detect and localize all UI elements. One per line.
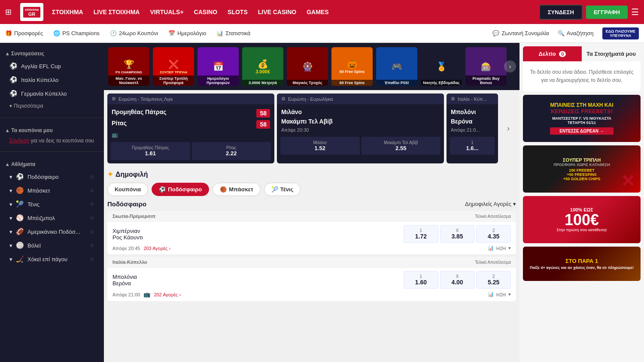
nav-ps-champions[interactable]: 🌐 PS Champions bbox=[53, 30, 100, 36]
nav-stats[interactable]: 📊 Στατιστικά bbox=[216, 30, 250, 36]
match-group-2: Ιταλία-Κύπελλο Τελικό Αποτέλεσμα Μπολόνι… bbox=[107, 257, 516, 301]
bet-slip-tab-active[interactable]: Δελτίο 0 bbox=[523, 46, 582, 61]
sidebar-divider-2 bbox=[0, 151, 104, 152]
odd-btn-1-home[interactable]: 1 1.72 bbox=[404, 225, 438, 243]
nav-link-stoixima[interactable]: ΣΤΟΙΧΗΜΑ bbox=[52, 9, 83, 15]
star-icon[interactable]: ☆ bbox=[90, 187, 94, 193]
odd-btn-2-home[interactable]: 1 1.60 bbox=[404, 271, 438, 289]
sidebar-item-tennis[interactable]: ▾ 🎾 Τένις ☆ bbox=[6, 197, 98, 211]
baseball-icon: ⚾ bbox=[16, 214, 24, 222]
responsible-gaming-badge[interactable]: ΕΔΩ ΠΑΙΖΟΥΜΕ ΥΠΕΥΘΥΝΑ bbox=[602, 27, 639, 39]
odd-btn-3-partial[interactable]: 1 1.6... bbox=[450, 137, 495, 155]
second-nav-right: 💬 Ζωντανή Συνομιλία 🔍 Αναζήτηση ΕΔΩ ΠΑΙΖ… bbox=[492, 27, 639, 39]
sidebar-more-shortcuts[interactable]: ▾ Περισσότερα bbox=[6, 100, 98, 112]
star-icon[interactable]: ☆ bbox=[90, 229, 94, 235]
tab-coupons[interactable]: Κουπόνια bbox=[107, 183, 148, 196]
nav-coupon-24[interactable]: 🕐 24ωρο Κουπόνι bbox=[110, 30, 158, 36]
odd-btn-1-away[interactable]: 2 4.35 bbox=[476, 225, 511, 243]
sidebar-item-american-football[interactable]: ▾ 🏈 Αμερικάνικο Ποδόσ... ☆ bbox=[6, 225, 98, 238]
hamburger-icon[interactable]: ☰ bbox=[631, 7, 639, 17]
odd-btn-milan[interactable]: Μιλάνο 1.52 bbox=[280, 137, 360, 155]
promo-card-free-money[interactable]: 💰 3.000€ 3.000€ Μετρητά bbox=[242, 47, 283, 86]
star-icon[interactable]: ☆ bbox=[90, 201, 94, 207]
chevron-down-icon: ▾ bbox=[9, 103, 12, 109]
logo-box: stóixima GR bbox=[20, 3, 43, 21]
star-filled-icon: ✦ bbox=[107, 170, 113, 178]
tab-tennis[interactable]: 🎾 Τένις bbox=[264, 183, 301, 196]
match-markets-2[interactable]: 202 Αγορές › bbox=[154, 292, 181, 297]
promo-card-calendar[interactable]: 📅 Ημερολόγιο Προσφορών bbox=[197, 47, 239, 86]
live-chat-button[interactable]: 💬 Ζωντανή Συνομιλία bbox=[492, 30, 549, 36]
star-icon[interactable]: ☆ bbox=[90, 174, 94, 180]
odds-row-1: 1 1.72 Χ 3.85 2 4.35 bbox=[404, 225, 511, 243]
promo-card-ps-champions[interactable]: 🏆 PS CHAMPIONS Μαν. Γιουν. vs Νιούκαστλ bbox=[108, 47, 149, 86]
sport-header-row: Ποδόσφαιρο Δημοφιλείς Αγορές ▾ bbox=[107, 200, 516, 208]
grid-icon[interactable]: ⊞ bbox=[5, 7, 12, 17]
odd-btn-team1[interactable]: Προμηθέας Πάτρας 1.61 bbox=[111, 142, 190, 160]
promo-card-ps5[interactable]: 🎮 Έπαθλο PS5! bbox=[376, 47, 417, 86]
sidebar-item-basketball[interactable]: ▾ 🏀 Μπάσκετ ☆ bbox=[6, 184, 98, 197]
odd-btn-2-draw[interactable]: Χ 4.00 bbox=[440, 271, 475, 289]
odd-btn-2-away[interactable]: 2 5.25 bbox=[476, 271, 511, 289]
globe-icon: 🌐 bbox=[53, 30, 60, 36]
sidebar-item-hockey[interactable]: ▾ 🏒 Χόκεϊ επί πάγου ☆ bbox=[6, 252, 98, 266]
promo-card-winner-week[interactable]: 🏅 Νικητής Εβδομάδας bbox=[421, 47, 462, 86]
login-button[interactable]: ΣΥΝΔΕΣΗ bbox=[539, 5, 583, 20]
popular-title: ✦ Δημοφιλή bbox=[107, 170, 148, 178]
star-icon[interactable]: ☆ bbox=[90, 242, 94, 248]
promo-card-free-spins[interactable]: 🎃 60 Free Spins 60 Free Spins bbox=[331, 47, 373, 86]
banner-ps-champions[interactable]: ΜΠΑΙΝΕΙΣ ΣΤΗ ΜΑΧΗ ΚΑΙ ΚΕΡΔΙΖΕΙΣ FREEBETS… bbox=[523, 95, 641, 142]
promo-card-magic-wheel[interactable]: 🎡 Μαγικός Τροχός bbox=[287, 47, 328, 86]
chat-icon: 💬 bbox=[492, 30, 499, 36]
nav-link-live-casino[interactable]: LIVE CASINO bbox=[258, 9, 296, 15]
odd-btn-1-draw[interactable]: Χ 3.85 bbox=[440, 225, 475, 243]
live-match-card-1: ⚙ Ευρώπη - Τσάμπιονς Λιγκ Προμηθέας Πάτρ… bbox=[107, 94, 274, 163]
chevron-down-icon: ▾ bbox=[9, 229, 12, 235]
football-icon: ⚽ bbox=[9, 90, 18, 97]
sport-label: Ποδόσφαιρο bbox=[107, 200, 146, 208]
tab-basketball[interactable]: 🏀 Μπάσκετ bbox=[213, 183, 261, 196]
tab-football[interactable]: ⚽ Ποδόσφαιρο bbox=[152, 183, 209, 196]
star-icon[interactable]: ☆ bbox=[90, 256, 94, 262]
logo[interactable]: stóixima GR bbox=[20, 3, 43, 21]
match-stats-2[interactable]: 📊 H2H ▾ bbox=[488, 292, 511, 297]
nav-links: ΣΤΟΙΧΗΜΑ LIVE ΣΤΟΙΧΗΜΑ VIRTUALS+ CASINO … bbox=[52, 9, 531, 15]
search-button[interactable]: 🔍 Αναζήτηση bbox=[558, 30, 594, 36]
signin-link[interactable]: Σύνδεση bbox=[9, 138, 29, 144]
carousel-next-arrow[interactable]: › bbox=[504, 60, 516, 72]
banner-welcome[interactable]: 100% ΕΩΣ 100€ Στην πρώτη σου κατάθεση! bbox=[523, 196, 641, 243]
nav-link-casino[interactable]: CASINO bbox=[194, 9, 217, 15]
nav-prosfores[interactable]: 🎁 Προσφορές bbox=[5, 30, 43, 36]
odd-btn-team2[interactable]: Ρίτας 2.22 bbox=[192, 142, 271, 160]
match-stats-1[interactable]: 📊 H2H ▾ bbox=[488, 245, 511, 251]
banner-super-triple[interactable]: ΣΟΥΠΕΡ ΤΡΙΠΛΗ ΠΡΟΣΦΟΡΑ ΧΩΡΙΣ ΚΑΤΑΘΕΣΗ 10… bbox=[523, 145, 641, 193]
sidebar: ▴ Συντομεύσεις ⚽ Αγγλία EFL Cup ⚽ Ιταλία… bbox=[0, 43, 104, 362]
star-icon[interactable]: ☆ bbox=[90, 215, 94, 221]
match-time-2: Απόψε 20:30 bbox=[281, 127, 440, 133]
sidebar-item-germany[interactable]: ⚽ Γερμανία Κύπελλο bbox=[6, 87, 98, 100]
live-section-arrow[interactable]: › bbox=[501, 94, 516, 163]
register-button[interactable]: ΕΓΓΡΑΦΗ bbox=[586, 6, 628, 19]
football-tab-icon: ⚽ bbox=[159, 186, 166, 193]
nav-calendar[interactable]: 📅 Ημερολόγιο bbox=[168, 30, 206, 36]
banner-para1[interactable]: ΣΤΟ ΠΑΡΑ 1 Παίξε 4+ αγώνες και αν χάσεις… bbox=[523, 247, 641, 281]
sidebar-item-football[interactable]: ▾ ⚽ Ποδόσφαιρο ☆ bbox=[6, 170, 98, 184]
sidebar-item-england[interactable]: ⚽ Αγγλία EFL Cup bbox=[6, 59, 98, 73]
match-markets-1[interactable]: 203 Αγορές › bbox=[143, 246, 170, 251]
shortcuts-header[interactable]: ▴ Συντομεύσεις bbox=[6, 47, 98, 59]
odd-btn-maccabi[interactable]: Μακάμπι Τελ Αβίβ 2.55 bbox=[361, 137, 441, 155]
chevron-down-icon: ▾ bbox=[9, 187, 12, 194]
sidebar-item-baseball[interactable]: ▾ ⚾ Μπέιζμπολ ☆ bbox=[6, 211, 98, 225]
nav-link-games[interactable]: GAMES bbox=[307, 9, 328, 15]
sidebar-item-volleyball[interactable]: ▾ 🏐 Βόλεϊ ☆ bbox=[6, 238, 98, 252]
promo-card-super-triple[interactable]: ❌ ΣΟΥΠΕΡ ΤΡΙΠΛΗ Σούπερ Τριπλή Προσφορά bbox=[153, 47, 194, 86]
bet-slip-tab-my-bets[interactable]: Τα Στοιχήματά μου bbox=[582, 46, 641, 61]
promo-card-pragmatic[interactable]: 🎰 Pragmatic Buy Bonus bbox=[465, 47, 507, 86]
coupons-header[interactable]: ▴ Τα κουπόνια μου bbox=[6, 124, 98, 136]
markets-dropdown[interactable]: Δημοφιλείς Αγορές ▾ bbox=[465, 201, 516, 207]
nav-link-slots[interactable]: SLOTS bbox=[228, 9, 248, 15]
sports-header[interactable]: ▴ Αθλήματα bbox=[6, 158, 98, 170]
nav-link-live[interactable]: LIVE ΣΤΟΙΧΗΜΑ bbox=[94, 9, 140, 15]
nav-link-virtuals[interactable]: VIRTUALS+ bbox=[150, 9, 183, 15]
sidebar-item-italy[interactable]: ⚽ Ιταλία Κύπελλο bbox=[6, 73, 98, 87]
